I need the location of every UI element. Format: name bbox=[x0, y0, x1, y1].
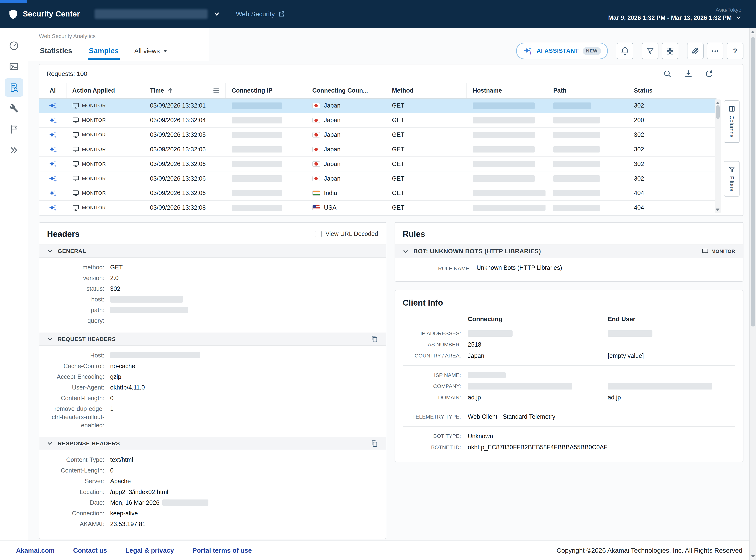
rule-header-bar[interactable]: BOT: UNKNOWN BOTS (HTTP LIBRARIES) MONIT… bbox=[395, 244, 743, 258]
footer-link[interactable]: Legal & privacy bbox=[125, 547, 174, 554]
page-scrollbar bbox=[749, 28, 756, 560]
footer-link[interactable]: Contact us bbox=[73, 547, 107, 554]
page-scroll-up-arrow[interactable] bbox=[751, 31, 755, 33]
ai-cell bbox=[39, 99, 66, 113]
status-cell: 404 bbox=[628, 201, 716, 215]
scroll-up-arrow[interactable] bbox=[716, 102, 720, 104]
download-icon[interactable] bbox=[684, 70, 693, 78]
table-row[interactable]: MONITOR 03/09/2026 13:32:06 Japan GET bbox=[39, 142, 717, 157]
sidebar-item-dashboard[interactable] bbox=[5, 37, 23, 55]
column-header-method[interactable]: Method bbox=[386, 83, 467, 98]
sidebar-item-analytics[interactable] bbox=[5, 78, 23, 97]
table-row[interactable]: MONITOR 03/09/2026 13:32:08 USA GET bbox=[39, 201, 717, 215]
header-field: Host: bbox=[47, 350, 378, 361]
section-request-headers-header[interactable]: REQUEST HEADERS bbox=[39, 333, 386, 346]
tab-statistics[interactable]: Statistics bbox=[39, 42, 73, 60]
column-header-ai[interactable]: AI bbox=[39, 83, 66, 98]
table-row[interactable]: MONITOR 03/09/2026 13:32:06 Japan GET bbox=[39, 172, 717, 186]
notifications-button[interactable] bbox=[617, 43, 633, 59]
help-button[interactable]: ? bbox=[727, 43, 743, 59]
header-field: Content-Type: text/html bbox=[47, 455, 378, 465]
field-value-text: gzip bbox=[110, 373, 121, 381]
page-scrollbar-thumb[interactable] bbox=[751, 37, 755, 326]
client-info-rows: IP ADDRESSES: bbox=[395, 328, 743, 453]
connecting-ip-cell bbox=[226, 172, 307, 186]
columns-side-tab[interactable]: Columns bbox=[724, 100, 739, 143]
view-url-decoded-checkbox[interactable]: View URL Decoded bbox=[315, 231, 378, 237]
redacted-value bbox=[473, 146, 535, 153]
action-label: MONITOR bbox=[82, 161, 106, 167]
country-flag-icon bbox=[312, 147, 320, 152]
tab-samples[interactable]: Samples bbox=[88, 42, 120, 60]
section-general-header[interactable]: GENERAL bbox=[39, 244, 386, 258]
sidebar-item-tools[interactable] bbox=[5, 99, 23, 118]
path-cell bbox=[547, 172, 628, 186]
scrollbar-thumb[interactable] bbox=[716, 105, 720, 119]
attachment-button[interactable] bbox=[687, 43, 703, 59]
page-scroll-down-arrow[interactable] bbox=[751, 555, 755, 558]
field-label: Content-Type: bbox=[47, 456, 104, 464]
hostname-cell bbox=[467, 113, 548, 127]
method-cell: GET bbox=[386, 128, 467, 142]
client-info-row: BOT TYPE: Unknown bbox=[395, 431, 743, 442]
action-label: MONITOR bbox=[82, 103, 106, 108]
connecting-ip-cell bbox=[226, 113, 307, 127]
header-field: Location: /app2_3/index02.html bbox=[47, 486, 378, 497]
field-label: Server: bbox=[47, 477, 104, 485]
copy-icon[interactable] bbox=[371, 440, 378, 447]
copy-icon[interactable] bbox=[371, 335, 378, 343]
rule-name-row: RULE NAME: Unknown Bots (HTTP Libraries) bbox=[395, 258, 743, 273]
table-row[interactable]: MONITOR 03/09/2026 13:32:01 Japan GET bbox=[39, 99, 717, 113]
redacted-value bbox=[553, 175, 600, 182]
filter-button[interactable] bbox=[642, 43, 658, 59]
table-row[interactable]: MONITOR 03/09/2026 13:32:06 India GET bbox=[39, 186, 717, 201]
more-button[interactable] bbox=[707, 43, 723, 59]
column-header-connecting-country[interactable]: Connecting Coun... bbox=[306, 83, 386, 98]
table-row[interactable]: MONITOR 03/09/2026 13:32:05 Japan GET bbox=[39, 128, 717, 142]
security-center-app: Security Center Web Security Asia/Tokyo … bbox=[0, 0, 756, 560]
filters-side-tab[interactable]: Filters bbox=[724, 161, 739, 197]
column-header-status[interactable]: Status bbox=[628, 83, 716, 98]
table-row[interactable]: MONITOR 03/09/2026 13:32:04 Japan GET bbox=[39, 113, 717, 128]
sidebar bbox=[0, 28, 28, 541]
column-menu-icon[interactable] bbox=[213, 87, 220, 94]
path-cell bbox=[547, 99, 628, 113]
date-range-picker[interactable]: Mar 9, 2026 1:32 PM - Mar 13, 2026 1:32 … bbox=[608, 15, 741, 21]
field-value-text: 1 bbox=[110, 405, 114, 413]
view-settings-icon bbox=[666, 47, 674, 55]
column-header-connecting-ip[interactable]: Connecting IP bbox=[226, 83, 307, 98]
column-header-time[interactable]: Time bbox=[144, 83, 226, 98]
table-row[interactable]: MONITOR 03/09/2026 13:32:06 Japan GET bbox=[39, 157, 717, 172]
column-header-path[interactable]: Path bbox=[547, 83, 628, 98]
section-response-headers-header[interactable]: RESPONSE HEADERS bbox=[39, 437, 386, 450]
web-security-link[interactable]: Web Security bbox=[236, 10, 285, 18]
sidebar-item-media[interactable] bbox=[5, 57, 23, 76]
divider bbox=[403, 426, 735, 426]
redacted-value bbox=[553, 117, 600, 123]
chevron-down-icon bbox=[47, 248, 53, 254]
method-cell: GET bbox=[386, 99, 467, 113]
footer-link[interactable]: Portal terms of use bbox=[192, 547, 252, 554]
action-label: MONITOR bbox=[82, 176, 106, 181]
column-header-hostname[interactable]: Hostname bbox=[467, 83, 548, 98]
monitor-icon bbox=[72, 175, 79, 182]
method-cell: GET bbox=[386, 201, 467, 215]
redacted-value bbox=[473, 117, 535, 123]
scroll-down-arrow[interactable] bbox=[716, 208, 719, 211]
redacted-value bbox=[473, 132, 535, 138]
header-field: host: bbox=[47, 294, 378, 305]
ai-assistant-button[interactable]: AI ASSISTANT NEW bbox=[516, 43, 608, 59]
column-header-action-applied[interactable]: Action Applied bbox=[66, 83, 144, 98]
main-content: Web Security Analytics Statistics Sample… bbox=[28, 28, 756, 541]
view-settings-button[interactable] bbox=[662, 43, 678, 59]
new-badge: NEW bbox=[583, 47, 601, 55]
hostname-cell bbox=[467, 142, 548, 157]
sidebar-item-flags[interactable] bbox=[5, 120, 23, 139]
search-icon[interactable] bbox=[663, 70, 672, 78]
dashboard-icon bbox=[9, 41, 19, 51]
footer-link[interactable]: Akamai.com bbox=[16, 547, 55, 554]
account-selector[interactable] bbox=[95, 6, 220, 22]
refresh-icon[interactable] bbox=[705, 70, 713, 78]
views-dropdown[interactable]: All views bbox=[134, 47, 167, 55]
sidebar-collapse-button[interactable] bbox=[5, 141, 23, 159]
